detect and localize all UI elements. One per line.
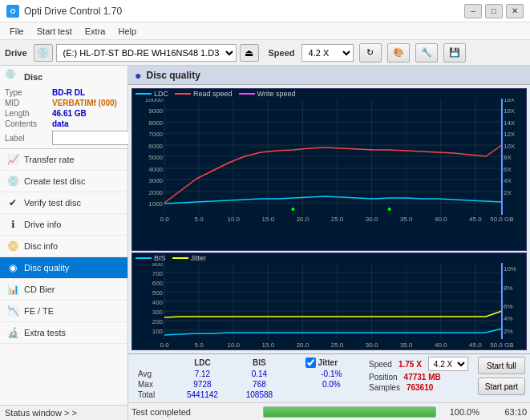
content-area: ● Disc quality LDC Read speed: [128, 66, 530, 420]
settings-button1[interactable]: 🎨: [387, 43, 410, 63]
maximize-button[interactable]: □: [485, 4, 503, 18]
disc-icon: 💿: [5, 69, 21, 85]
status-window-button[interactable]: Status window > >: [0, 405, 127, 420]
sidebar-menu: 📈 Transfer rate 💿 Create test disc ✔ Ver…: [0, 149, 127, 405]
sidebar-item-fe-te[interactable]: 📉 FE / TE: [0, 301, 127, 322]
sidebar-item-disc-quality[interactable]: ◉ Disc quality: [0, 257, 127, 279]
svg-text:8%: 8%: [504, 285, 513, 292]
disc-quality-header: ● Disc quality: [128, 66, 530, 85]
transfer-rate-icon: 📈: [6, 153, 19, 166]
sidebar-item-transfer-rate[interactable]: 📈 Transfer rate: [0, 149, 127, 171]
speed-info: Speed 1.75 X 4.2 X: [369, 357, 468, 371]
sidebar-item-cd-bier[interactable]: 📊 CD Bier: [0, 279, 127, 301]
refresh-button[interactable]: ↻: [359, 43, 382, 63]
transfer-rate-label: Transfer rate: [24, 155, 75, 164]
max-jitter: 0.0%: [301, 379, 362, 390]
sidebar-item-drive-info[interactable]: ℹ Drive info: [0, 214, 127, 236]
drive-info-label: Drive info: [24, 220, 61, 229]
svg-text:0.0: 0.0: [160, 341, 170, 349]
svg-text:3000: 3000: [148, 177, 163, 184]
disc-contents-row: Contents data: [5, 119, 123, 128]
svg-text:40.0: 40.0: [435, 216, 447, 223]
svg-text:35.0: 35.0: [400, 341, 413, 349]
bottom-status-bar: Test completed 100.0% 63:10: [128, 402, 530, 420]
save-button[interactable]: 💾: [443, 43, 466, 63]
bottom-chart: BIS Jitter: [131, 252, 527, 350]
svg-text:500: 500: [152, 289, 164, 297]
sidebar-item-disc-info[interactable]: 📀 Disc info: [0, 236, 127, 257]
svg-text:12X: 12X: [504, 131, 516, 138]
svg-text:50.0 GB: 50.0 GB: [490, 341, 513, 349]
max-row: Max 9728 768 0.0%: [133, 379, 362, 390]
position-info: Position 47731 MB: [369, 373, 468, 382]
action-buttons: Start full Start part: [478, 357, 525, 395]
menu-help[interactable]: Help: [111, 25, 143, 38]
bis-header: BIS: [233, 357, 286, 369]
svg-rect-54: [132, 263, 526, 349]
sidebar-item-extra-tests[interactable]: 🔬 Extra tests: [0, 322, 127, 344]
bis-legend: BIS: [136, 254, 166, 262]
type-value: BD-R DL: [52, 88, 85, 97]
disc-info-label: Disc info: [24, 241, 58, 251]
menu-start-test[interactable]: Start test: [30, 25, 79, 38]
speed-select[interactable]: 4.2 X: [301, 44, 354, 62]
svg-text:5.0: 5.0: [195, 216, 204, 223]
jitter-legend-label: Jitter: [191, 254, 207, 262]
drive-select[interactable]: (E:) HL-DT-ST BD-RE WH16NS48 1.D3: [56, 44, 237, 62]
svg-text:4000: 4000: [148, 166, 163, 173]
speed-info-value: 1.75 X: [399, 360, 422, 369]
eject-button[interactable]: ⏏: [240, 44, 259, 62]
total-jitter: [301, 390, 362, 400]
disc-mid-row: MID VERBATIMf (000): [5, 99, 123, 107]
svg-text:9000: 9000: [148, 107, 163, 115]
svg-text:200: 200: [152, 318, 164, 325]
disc-info-icon: 📀: [6, 240, 19, 252]
total-row: Total 5441142 108588: [133, 390, 362, 400]
svg-text:7000: 7000: [148, 131, 163, 138]
stats-table: LDC BIS Jitter: [133, 357, 362, 400]
svg-text:1000: 1000: [148, 200, 163, 208]
contents-label: Contents: [5, 119, 49, 128]
svg-text:14X: 14X: [504, 119, 516, 127]
speed-info-label: Speed: [369, 360, 392, 369]
menu-file[interactable]: File: [3, 25, 30, 38]
jitter-checkbox[interactable]: [305, 357, 316, 368]
svg-text:6X: 6X: [504, 166, 512, 173]
svg-text:2%: 2%: [504, 328, 513, 335]
disc-quality-icon: ◉: [6, 261, 19, 274]
svg-text:6%: 6%: [504, 303, 513, 310]
position-label: Position: [369, 373, 398, 382]
sidebar-item-create-test-disc[interactable]: 💿 Create test disc: [0, 171, 127, 192]
stats-right: Speed 1.75 X 4.2 X Position 47731 MB Sam…: [369, 357, 468, 392]
menu-extra[interactable]: Extra: [79, 25, 112, 38]
svg-text:10%: 10%: [504, 265, 516, 273]
cd-bier-icon: 📊: [6, 283, 19, 296]
mid-value: VERBATIMf (000): [52, 99, 117, 107]
minimize-button[interactable]: –: [464, 4, 482, 18]
total-ldc: 5441142: [172, 390, 233, 400]
svg-point-52: [388, 208, 391, 211]
drive-bar: Drive 💿 (E:) HL-DT-ST BD-RE WH16NS48 1.D…: [0, 40, 530, 66]
total-bis: 108588: [233, 390, 286, 400]
status-window-label: Status window > >: [5, 408, 77, 418]
type-label: Type: [5, 88, 49, 97]
menu-bar: File Start test Extra Help: [0, 22, 530, 40]
disc-type-row: Type BD-R DL: [5, 88, 123, 97]
speed-dropdown[interactable]: 4.2 X: [428, 357, 468, 371]
sidebar: 💿 Disc Type BD-R DL MID VERBATIMf (000) …: [0, 66, 128, 420]
start-part-button[interactable]: Start part: [478, 378, 525, 395]
close-button[interactable]: ✕: [506, 4, 524, 18]
svg-text:2X: 2X: [504, 189, 512, 196]
avg-ldc: 7.12: [172, 369, 233, 379]
svg-text:300: 300: [152, 309, 164, 316]
status-text: Test completed: [131, 407, 260, 417]
top-chart: LDC Read speed Write speed: [131, 88, 527, 251]
settings-button2[interactable]: 🔧: [415, 43, 438, 63]
disc-section: 💿 Disc Type BD-R DL MID VERBATIMf (000) …: [0, 66, 127, 149]
start-full-button[interactable]: Start full: [478, 357, 525, 374]
speed-label: Speed: [269, 48, 295, 58]
create-disc-label: Create test disc: [24, 176, 85, 186]
svg-text:45.0: 45.0: [469, 341, 482, 349]
sidebar-item-verify-test-disc[interactable]: ✔ Verify test disc: [0, 192, 127, 214]
svg-text:2000: 2000: [148, 189, 163, 196]
